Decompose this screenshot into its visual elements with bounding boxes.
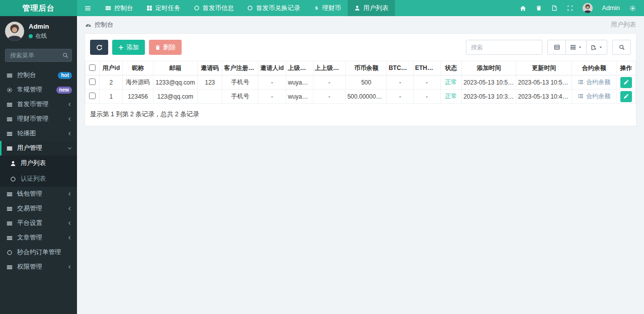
column-header[interactable]: 昵称 [123,61,153,75]
topnav-item[interactable]: 用户列表 [348,0,395,16]
edit-button[interactable] [620,91,632,102]
page-title: 用户列表 [611,21,636,29]
hamburger-icon [85,5,91,12]
sidebar-item[interactable]: 秒合约订单管理 [0,245,77,260]
topnav-item[interactable]: $理财币 [307,0,348,16]
table-icon [105,5,111,11]
row-checkbox[interactable] [89,78,96,85]
pencil-icon [623,80,629,85]
check-update-icon[interactable] [551,5,557,11]
column-header[interactable]: BTC余额 [387,61,414,75]
plus-icon [118,45,124,50]
menu-badge: new [56,87,72,94]
table-icon [6,102,13,108]
table-cell: 123 [198,75,222,90]
table-cell: 500 [346,75,387,90]
edit-button[interactable] [620,77,632,88]
column-header[interactable]: 上级名称 [286,61,313,75]
column-header[interactable]: 客户注册类型 [222,61,258,75]
dashboard-icon [85,22,92,28]
sidebar-item[interactable]: 控制台hot [0,68,77,83]
chevron-left-icon [67,192,72,196]
refresh-button[interactable] [90,40,108,55]
table-icon [6,235,13,241]
sidebar-item[interactable]: 平台设置 [0,216,77,230]
columns-button[interactable] [566,40,587,55]
sidebar-item[interactable]: 轮播图 [0,126,77,141]
column-header[interactable]: 用户id [100,61,123,75]
table-search-input[interactable] [466,40,542,55]
sidebar-subitem[interactable]: 认证列表 [0,171,77,187]
sidebar-avatar[interactable] [5,22,24,41]
table-icon [6,220,13,226]
sidebar-toggle-button[interactable] [77,0,99,16]
sidebar-item[interactable]: 理财币管理 [0,112,77,126]
column-header[interactable]: 添加时间 [462,61,516,75]
delete-button[interactable]: 删除 [149,40,182,55]
table-row: 1123456123@qq.com手机号-wuyanzu-500.0000000… [86,90,636,104]
user-avatar[interactable] [583,3,593,13]
home-icon[interactable] [520,5,526,12]
topnav-item[interactable]: 首发币信息 [187,0,241,16]
online-status: 在线 [29,32,49,40]
add-button[interactable]: 添加 [112,40,145,55]
dollar-icon: $ [313,5,319,11]
row-checkbox[interactable] [89,93,96,99]
table-cell [198,90,222,104]
column-header[interactable]: 邀请人id [258,61,286,75]
table-cell: - [387,90,414,104]
brand-title[interactable]: 管理后台 [0,0,77,16]
select-all-checkbox[interactable] [89,64,96,71]
chevron-left-icon [67,265,72,269]
breadcrumb-current[interactable]: 控制台 [95,21,114,29]
table-cell: 2 [100,75,123,90]
card-view-button[interactable] [547,40,566,55]
contract-balance-link[interactable]: 合约余额 [578,78,610,87]
table-icon [6,191,13,197]
table-header-row: 用户id昵称邮箱邀请码客户注册类型邀请人id上级名称上上级名称币币余额BTC余额… [86,61,636,75]
table-cell: 2023-05-13 10:56:27 [516,75,572,90]
chevron-left-icon [67,102,72,107]
search-submit-button[interactable] [612,40,631,55]
table-icon [6,145,13,151]
breadcrumb: 控制台 用户列表 [77,16,644,33]
column-header[interactable]: 更新时间 [516,61,572,75]
sidebar-item[interactable]: 权限管理 [0,260,77,274]
chevron-left-icon [67,117,72,121]
records-summary: 显示第 1 到第 2 条记录，总共 2 条记录 [85,104,636,120]
sidebar-subitem[interactable]: 用户列表 [0,155,77,171]
export-button[interactable] [586,40,607,55]
column-header[interactable]: ETH余额 [413,61,440,75]
topnav-item[interactable]: 首发币兑换记录 [240,0,307,16]
search-icon[interactable] [62,52,68,58]
table-cell: 2023-05-13 10:49:54 [516,90,572,104]
column-header[interactable]: 操作 [616,61,635,75]
username-label[interactable]: Admin [602,5,620,12]
sidebar-item[interactable]: 钱包管理 [0,187,77,201]
table-cell: 手机号 [222,75,258,90]
column-header[interactable]: 状态 [440,61,462,75]
settings-cogs-icon[interactable] [629,5,636,12]
table-cell: 2023-05-13 10:56:03 [462,75,516,90]
contract-balance-link[interactable]: 合约余额 [578,92,610,101]
sidebar-item[interactable]: 用户管理 [0,141,77,155]
column-header[interactable]: 上上级名称 [313,61,346,75]
chevron-left-icon [67,131,72,136]
table-cell: 海外源码 [123,75,153,90]
export-icon [591,44,597,50]
table-cell: - [413,90,440,104]
column-header[interactable]: 邀请码 [198,61,222,75]
sidebar-item[interactable]: 常规管理new [0,83,77,97]
sidebar-submenu: 用户列表认证列表 [0,155,77,187]
sidebar-item[interactable]: 首发币管理 [0,97,77,112]
fullscreen-icon[interactable] [567,5,573,11]
sidebar-item[interactable]: 交易管理 [0,201,77,216]
topnav-item[interactable]: 定时任务 [140,0,187,16]
trash-icon[interactable] [536,5,542,11]
column-header[interactable]: 合约余额 [572,61,616,75]
column-header[interactable]: 邮箱 [153,61,198,75]
sidebar-item[interactable]: 文章管理 [0,230,77,245]
column-header[interactable]: 币币余额 [346,61,387,75]
table-cell: wuyanzu [286,90,313,104]
topnav-item[interactable]: 控制台 [99,0,140,16]
